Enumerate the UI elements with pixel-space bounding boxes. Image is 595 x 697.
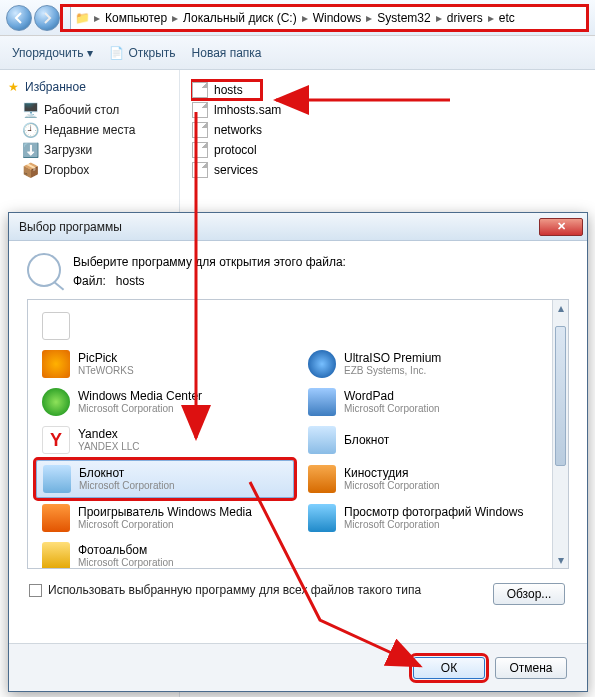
app-icon: [308, 504, 336, 532]
ok-button[interactable]: ОК: [413, 657, 485, 679]
program-vendor: Microsoft Corporation: [344, 519, 523, 530]
program-item-yandex[interactable]: YandexYANDEX LLC: [36, 422, 294, 458]
file-item[interactable]: lmhosts.sam: [192, 100, 362, 120]
cancel-button[interactable]: Отмена: [495, 657, 567, 679]
close-button[interactable]: ✕: [539, 218, 583, 236]
program-name: PicPick: [78, 352, 134, 365]
scrollbar[interactable]: ▴ ▾: [552, 300, 568, 568]
program-list: PicPickNTeWORKS UltraISO PremiumEZB Syst…: [27, 299, 569, 569]
app-icon: [42, 426, 70, 454]
browse-button[interactable]: Обзор...: [493, 583, 565, 605]
favorites-label: Избранное: [25, 80, 86, 94]
back-button[interactable]: [6, 5, 32, 31]
sidebar-item-recent[interactable]: 🕘Недавние места: [8, 120, 171, 140]
app-icon: [308, 350, 336, 378]
address-bar[interactable]: 📁 ▸ Компьютер ▸ Локальный диск (C:) ▸ Wi…: [70, 6, 589, 30]
file-item[interactable]: services: [192, 160, 362, 180]
dialog-footer: ОК Отмена: [9, 643, 587, 691]
program-name: WordPad: [344, 390, 440, 403]
file-name: hosts: [214, 83, 243, 97]
app-icon: [42, 312, 70, 340]
folder-icon: 📁: [75, 11, 90, 25]
app-icon: [43, 465, 71, 493]
program-item-wordpad[interactable]: WordPadMicrosoft Corporation: [302, 384, 560, 420]
breadcrumb-item[interactable]: drivers: [444, 11, 486, 25]
program-item-picpick[interactable]: PicPickNTeWORKS: [36, 346, 294, 382]
program-item-notepad-ru[interactable]: Блокнот: [302, 422, 560, 458]
file-item[interactable]: networks: [192, 120, 362, 140]
program-item-photoviewer[interactable]: Просмотр фотографий WindowsMicrosoft Cor…: [302, 500, 560, 536]
file-icon: [192, 102, 208, 118]
star-icon: ★: [8, 80, 19, 94]
scroll-down-icon[interactable]: ▾: [553, 552, 568, 568]
scroll-up-icon[interactable]: ▴: [553, 300, 568, 316]
program-name: Проигрыватель Windows Media: [78, 506, 252, 519]
dialog-header: Выберите программу для открытия этого фа…: [9, 241, 587, 299]
file-icon: [192, 82, 208, 98]
program-vendor: Microsoft Corporation: [79, 480, 175, 491]
app-icon: [308, 465, 336, 493]
program-name: Фотоальбом: [78, 544, 174, 557]
open-button[interactable]: 📄 Открыть: [109, 46, 175, 60]
navigation-bar: 📁 ▸ Компьютер ▸ Локальный диск (C:) ▸ Wi…: [0, 0, 595, 36]
favorites-header[interactable]: ★ Избранное: [8, 80, 171, 94]
chevron-right-icon: ▸: [302, 11, 308, 25]
program-item-moviemaker[interactable]: КиностудияMicrosoft Corporation: [302, 460, 560, 498]
program-vendor: Microsoft Corporation: [78, 557, 174, 568]
breadcrumb-item[interactable]: System32: [374, 11, 433, 25]
breadcrumb-item[interactable]: Windows: [310, 11, 365, 25]
forward-button[interactable]: [34, 5, 60, 31]
file-icon: [192, 122, 208, 138]
program-item[interactable]: [36, 308, 294, 344]
sidebar-item-dropbox[interactable]: 📦Dropbox: [8, 160, 171, 180]
file-name: services: [214, 163, 258, 177]
breadcrumb-item[interactable]: Локальный диск (C:): [180, 11, 300, 25]
explorer-toolbar: Упорядочить ▾ 📄 Открыть Новая папка: [0, 36, 595, 70]
program-vendor: YANDEX LLC: [78, 441, 140, 452]
program-name: Блокнот: [79, 467, 175, 480]
sidebar-item-label: Dropbox: [44, 163, 89, 177]
app-icon: [42, 350, 70, 378]
program-item-wmc[interactable]: Windows Media CenterMicrosoft Corporatio…: [36, 384, 294, 420]
new-folder-button[interactable]: Новая папка: [192, 46, 262, 60]
always-use-checkbox[interactable]: [29, 584, 42, 597]
recent-icon: 🕘: [22, 122, 38, 138]
program-vendor: EZB Systems, Inc.: [344, 365, 441, 376]
app-icon: [42, 542, 70, 569]
file-item-hosts[interactable]: hosts: [192, 80, 262, 100]
file-name: hosts: [116, 274, 145, 288]
program-item-wmp[interactable]: Проигрыватель Windows MediaMicrosoft Cor…: [36, 500, 294, 536]
chevron-down-icon: ▾: [87, 46, 93, 60]
program-name: Киностудия: [344, 467, 440, 480]
program-item-photoalbum[interactable]: ФотоальбомMicrosoft Corporation: [36, 538, 294, 569]
program-name: Просмотр фотографий Windows: [344, 506, 523, 519]
toolbar-label: Новая папка: [192, 46, 262, 60]
document-icon: 📄: [109, 46, 124, 60]
sidebar-item-downloads[interactable]: ⬇️Загрузки: [8, 140, 171, 160]
file-label: Файл:: [73, 274, 106, 288]
file-name: networks: [214, 123, 262, 137]
program-vendor: Microsoft Corporation: [78, 519, 252, 530]
file-icon: [192, 162, 208, 178]
breadcrumb-item[interactable]: etc: [496, 11, 518, 25]
program-name: Windows Media Center: [78, 390, 202, 403]
program-name: Yandex: [78, 428, 140, 441]
file-item[interactable]: protocol: [192, 140, 362, 160]
download-icon: ⬇️: [22, 142, 38, 158]
close-icon: ✕: [557, 220, 566, 233]
breadcrumb-item[interactable]: Компьютер: [102, 11, 170, 25]
scrollbar-thumb[interactable]: [555, 326, 566, 466]
sidebar-item-desktop[interactable]: 🖥️Рабочий стол: [8, 100, 171, 120]
open-with-dialog: Выбор программы ✕ Выберите программу для…: [8, 212, 588, 692]
app-icon: [42, 388, 70, 416]
organize-menu[interactable]: Упорядочить ▾: [12, 46, 93, 60]
program-item-notepad-selected[interactable]: БлокнотMicrosoft Corporation: [36, 460, 294, 498]
file-name: protocol: [214, 143, 257, 157]
app-icon: [308, 388, 336, 416]
program-item-ultraiso[interactable]: UltraISO PremiumEZB Systems, Inc.: [302, 346, 560, 382]
program-name: Блокнот: [344, 434, 389, 447]
chevron-right-icon: ▸: [436, 11, 442, 25]
desktop-icon: 🖥️: [22, 102, 38, 118]
always-use-label: Использовать выбранную программу для все…: [48, 583, 421, 597]
dialog-titlebar[interactable]: Выбор программы ✕: [9, 213, 587, 241]
